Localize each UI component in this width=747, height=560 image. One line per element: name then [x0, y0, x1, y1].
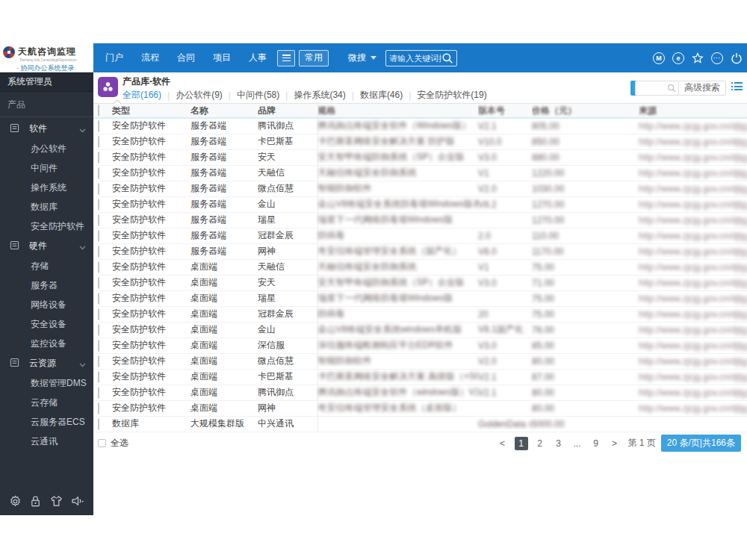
column-header-2: 名称 — [190, 104, 258, 118]
row-checkbox[interactable] — [98, 152, 99, 164]
row-checkbox[interactable] — [98, 136, 99, 148]
sidebar-item-2-4[interactable]: 安全设备 — [0, 314, 93, 334]
row-checkbox[interactable] — [98, 308, 99, 320]
row-checkbox[interactable] — [98, 214, 99, 226]
select-all-checkbox[interactable] — [98, 439, 106, 447]
row-checkbox-cell — [93, 259, 112, 275]
row-checkbox-cell — [93, 243, 112, 259]
sidebar-item-1-2[interactable]: 中间件 — [0, 158, 93, 178]
tab-1[interactable]: 全部(166) — [123, 89, 161, 102]
row-checkbox[interactable] — [98, 183, 99, 195]
advanced-search-button[interactable]: 高级搜索 — [678, 81, 725, 96]
sidebar-group-3[interactable]: 云资源 — [0, 353, 93, 373]
row-checkbox-cell — [93, 118, 112, 134]
cell-col4: 瑞星下一代网络防毒墙Windows版 — [317, 212, 478, 228]
row-checkbox-cell — [93, 322, 112, 337]
wsearch-dropdown[interactable]: 微搜 — [348, 52, 366, 64]
cell-col7: http://www.zjcjg.gov.cn/djtjg/ — [639, 353, 747, 369]
page-number-1[interactable]: 1 — [515, 437, 528, 450]
row-checkbox[interactable] — [98, 355, 99, 367]
row-checkbox[interactable] — [98, 277, 99, 289]
cell-col5: 2.0 — [478, 228, 532, 243]
row-checkbox[interactable] — [98, 230, 99, 242]
gear-icon[interactable] — [9, 495, 22, 508]
nav-menu-button[interactable] — [277, 50, 295, 66]
view-list-icon[interactable] — [731, 82, 743, 93]
global-search-box[interactable] — [385, 50, 457, 66]
enterprise-e-icon[interactable]: e — [672, 52, 684, 64]
nav-item-3[interactable]: 合同 — [177, 52, 195, 64]
tab-6[interactable]: 安全防护软件(19) — [417, 89, 486, 102]
row-checkbox-cell — [93, 165, 112, 181]
cell-col3: 中兴通讯 — [258, 416, 317, 432]
sidebar-group-2[interactable]: 硬件 — [0, 236, 93, 256]
cell-col4: 奇安信终端管理安全系统（桌面版） — [317, 400, 478, 416]
tab-4[interactable]: 操作系统(34) — [294, 89, 345, 102]
row-checkbox[interactable] — [98, 371, 99, 383]
sidebar-item-3-3[interactable]: 云服务器ECS — [0, 412, 93, 432]
favorite-star-icon[interactable] — [692, 52, 704, 64]
cell-col2: 服务器端 — [190, 212, 258, 228]
page-size-badge[interactable]: 20 条/页|共166条 — [661, 435, 741, 452]
theme-shirt-icon[interactable] — [50, 495, 63, 507]
sidebar-item-1-3[interactable]: 操作系统 — [0, 178, 93, 197]
cell-col5 — [478, 290, 532, 306]
row-checkbox[interactable] — [98, 387, 99, 399]
page-next[interactable]: > — [608, 437, 622, 450]
filter-search-input[interactable] — [636, 81, 667, 95]
nav-item-2[interactable]: 流程 — [141, 52, 159, 64]
sidebar-item-1-4[interactable]: 数据库 — [0, 197, 93, 217]
tab-2[interactable]: 办公软件(9) — [176, 89, 223, 102]
sidebar-group-1[interactable]: 软件 — [0, 119, 93, 139]
nav-item-5[interactable]: 人事 — [249, 52, 267, 64]
cell-col7: http://www.zjcjg.gov.cn/djtjg/ — [639, 228, 747, 243]
sidebar-item-3-2[interactable]: 云存储 — [0, 393, 93, 412]
row-checkbox[interactable] — [98, 402, 99, 414]
row-checkbox[interactable] — [98, 293, 99, 305]
column-label: 价格（元） — [532, 105, 577, 117]
column-header-4: 规格 — [317, 104, 478, 118]
sidebar-item-2-1[interactable]: 存储 — [0, 256, 93, 276]
row-checkbox[interactable] — [98, 340, 99, 352]
sidebar-item-1-5[interactable]: 安全防护软件 — [0, 217, 93, 236]
tab-separator: | — [285, 90, 288, 101]
row-checkbox[interactable] — [98, 120, 99, 132]
cell-col1: 安全防护软件 — [112, 385, 190, 400]
row-checkbox[interactable] — [98, 199, 99, 211]
sidebar-item-3-4[interactable]: 云通讯 — [0, 432, 93, 451]
speaker-icon[interactable] — [71, 495, 84, 507]
row-checkbox[interactable] — [98, 246, 99, 258]
tab-5[interactable]: 数据库(46) — [360, 89, 403, 102]
search-icon[interactable] — [441, 52, 453, 64]
global-search-input[interactable] — [389, 54, 441, 63]
cell-col5: V8.2 — [478, 196, 532, 212]
page-prev[interactable]: < — [496, 437, 509, 450]
more-ellipsis-icon[interactable]: ··· — [711, 52, 723, 64]
cell-col1: 安全防护软件 — [112, 228, 190, 243]
sidebar-item-2-3[interactable]: 网络设备 — [0, 295, 93, 314]
row-checkbox[interactable] — [98, 418, 99, 430]
row-checkbox[interactable] — [98, 261, 99, 273]
row-checkbox[interactable] — [98, 167, 99, 179]
page-number-3[interactable]: 3 — [552, 437, 565, 450]
power-logout-icon[interactable] — [731, 52, 743, 64]
header-checkbox[interactable] — [98, 105, 99, 116]
chevron-down-icon[interactable] — [371, 56, 376, 60]
nav-item-pinned[interactable]: 常用 — [299, 50, 329, 66]
sidebar-item-1-1[interactable]: 办公软件 — [0, 139, 93, 158]
sidebar-item-3-1[interactable]: 数据管理DMS — [0, 373, 93, 393]
sidebar-item-2-5[interactable]: 监控设备 — [0, 334, 93, 353]
sidebar-item-2-2[interactable]: 服务器 — [0, 276, 93, 295]
message-m-icon[interactable]: M — [653, 52, 665, 64]
nav-item-4[interactable]: 项目 — [213, 52, 231, 64]
cell-col5: 20 — [478, 306, 532, 322]
row-checkbox[interactable] — [98, 324, 99, 336]
page-number-9[interactable]: 9 — [589, 437, 603, 450]
lock-icon[interactable] — [30, 495, 41, 508]
cell-col5 — [478, 400, 532, 416]
nav-item-1[interactable]: 门户 — [105, 52, 123, 64]
search-icon[interactable] — [667, 84, 676, 93]
cell-col1: 安全防护软件 — [112, 400, 190, 416]
tab-3[interactable]: 中间件(58) — [237, 89, 279, 102]
page-number-2[interactable]: 2 — [533, 437, 547, 450]
